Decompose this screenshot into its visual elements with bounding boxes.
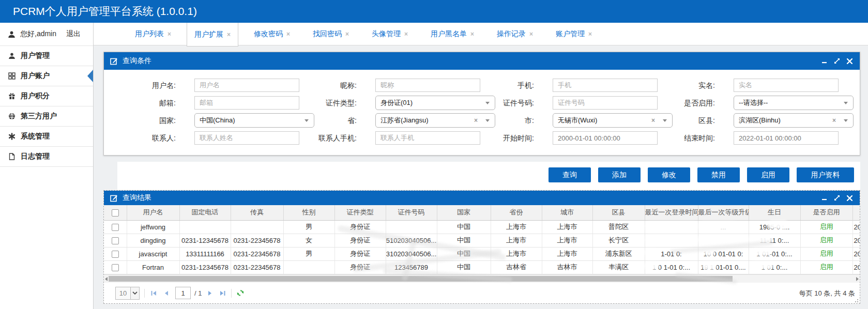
column-header: 区县 — [592, 205, 645, 220]
tab-close-icon[interactable]: × — [286, 30, 290, 38]
minimize-icon[interactable] — [818, 56, 831, 66]
close-icon[interactable] — [843, 56, 856, 66]
close-icon[interactable] — [843, 193, 856, 203]
field-label: 证件号码: — [445, 96, 534, 110]
resize-grip[interactable] — [854, 298, 859, 303]
logout-link[interactable]: 退出 — [66, 29, 81, 39]
field-label: 是否启用: — [626, 96, 715, 110]
field-label: 实名: — [626, 78, 715, 92]
sidebar-item-1[interactable]: 用户账户 — [0, 66, 93, 86]
sidebar-item-label: 用户积分 — [21, 91, 50, 101]
row-checkbox[interactable] — [112, 264, 119, 271]
table-cell: 20 — [852, 247, 860, 260]
refresh-icon[interactable] — [236, 289, 245, 297]
sidebar-item-4[interactable]: 系统管理 — [0, 127, 93, 147]
tab-4[interactable]: 头像管理× — [364, 23, 415, 45]
row-checkbox[interactable] — [112, 237, 119, 244]
sidebar-item-0[interactable]: 用户管理 — [0, 46, 93, 66]
tab-close-icon[interactable]: × — [529, 30, 533, 38]
scroll-left-icon[interactable] — [105, 277, 108, 281]
clear-icon[interactable]: × — [832, 117, 836, 124]
sidebar-item-5[interactable]: 日志管理 — [0, 147, 93, 167]
table-row: Fortran0231-123456780231-22345678身份证1234… — [104, 260, 860, 274]
table-cell: 女 — [283, 234, 334, 247]
table-cell: 身份证 — [334, 234, 386, 247]
action-button-5[interactable]: 用户资料 — [797, 167, 854, 182]
datetime-input[interactable]: 2022-01-01 00:00:00 — [734, 131, 839, 145]
action-button-0[interactable]: 查询 — [549, 167, 591, 182]
scroll-right-icon[interactable] — [856, 277, 859, 281]
table-cell: 1-01 0: — [645, 247, 698, 260]
maximize-icon[interactable] — [831, 56, 843, 66]
column-header: 固定电话 — [179, 205, 231, 220]
table-cell: 中国 — [437, 220, 491, 234]
tab-label: 账户管理 — [556, 29, 585, 39]
page-number-input[interactable]: 1 — [175, 287, 191, 299]
table-cell: 0231-22345678 — [231, 247, 283, 260]
tab-7[interactable]: 账户管理× — [549, 23, 599, 45]
tab-close-icon[interactable]: × — [404, 30, 408, 38]
action-button-4[interactable]: 启用 — [747, 167, 789, 182]
row-checkbox[interactable] — [112, 224, 119, 231]
tab-2[interactable]: 修改密码× — [247, 23, 297, 45]
page-size-value: 10 — [115, 287, 131, 300]
table-cell: 20 — [852, 220, 860, 234]
prev-page-icon[interactable] — [162, 289, 170, 297]
tab-5[interactable]: 用户黑名单× — [423, 23, 481, 45]
column-header: 城市 — [542, 205, 592, 220]
table-cell: 510203040506... — [386, 234, 437, 247]
combobox[interactable]: 滨湖区(Binhu)× — [734, 113, 854, 128]
greeting-text: 您好,admin — [20, 29, 56, 39]
chevron-down-icon — [844, 119, 848, 122]
action-button-3[interactable]: 禁用 — [697, 167, 740, 182]
table-cell: 上海市 — [491, 220, 542, 234]
action-button-2[interactable]: 修改 — [648, 167, 690, 182]
table-cell: 19 1 01-01 0.... — [698, 260, 749, 274]
tab-0[interactable]: 用户列表× — [128, 23, 178, 45]
horizontal-scrollbar[interactable] — [104, 274, 860, 283]
table-cell: 13311111166 — [179, 247, 231, 260]
table-cell: ... — [698, 220, 749, 234]
minimize-icon[interactable] — [818, 193, 831, 203]
next-page-icon[interactable] — [206, 289, 214, 297]
sidebar-item-label: 用户账户 — [21, 71, 50, 81]
column-header: 证件号码 — [386, 205, 437, 220]
combobox-value: --请选择-- — [739, 98, 768, 107]
user-avatar-icon — [8, 30, 16, 38]
tab-6[interactable]: 操作记录× — [490, 23, 540, 45]
column-header — [852, 205, 860, 220]
tab-close-icon[interactable]: × — [588, 30, 592, 38]
select-all-checkbox[interactable] — [112, 209, 119, 217]
tab-bar: 用户列表×用户扩展×修改密码×找回密码×头像管理×用户黑名单×操作记录×账户管理… — [94, 23, 868, 45]
pagination-bar: 10 1 / 1 每页 10 条, 共 4 条 — [104, 283, 860, 304]
tab-close-icon[interactable]: × — [470, 30, 474, 38]
first-page-icon[interactable] — [149, 289, 158, 297]
combobox[interactable]: --请选择-- — [734, 96, 854, 110]
table-row: dingding0231-123456780231-22345678女身份证51… — [104, 234, 860, 247]
sidebar-item-2[interactable]: 用户积分 — [0, 86, 93, 106]
tab-close-icon[interactable]: × — [167, 30, 171, 38]
field-label: 国家: — [109, 113, 176, 128]
tab-close-icon[interactable]: × — [345, 30, 349, 38]
tab-close-icon[interactable]: × — [227, 31, 231, 38]
field-label: 联系人手机: — [275, 131, 357, 145]
results-panel-header: 查询结果 — [104, 191, 860, 205]
tab-3[interactable]: 找回密码× — [306, 23, 356, 45]
row-checkbox[interactable] — [112, 251, 119, 258]
sidebar-user: 您好,admin 退出 — [0, 23, 93, 46]
text-input[interactable]: 实名 — [734, 79, 839, 92]
action-button-1[interactable]: 添加 — [598, 167, 641, 182]
file-icon — [8, 153, 16, 161]
select-all-header — [104, 205, 127, 220]
field-label: 结束时间: — [626, 131, 715, 145]
page-size-select[interactable]: 10 — [115, 287, 140, 300]
last-page-icon[interactable] — [218, 289, 226, 297]
sidebar-item-3[interactable]: 第三方用户 — [0, 106, 93, 127]
table-cell — [645, 220, 698, 234]
table-cell: 20 — [852, 234, 860, 247]
maximize-icon[interactable] — [831, 193, 843, 203]
sidebar-item-label: 第三方用户 — [21, 112, 57, 121]
scrollbar-thumb[interactable] — [109, 276, 733, 282]
table-cell: 1 01 0:... — [749, 260, 800, 274]
tab-1[interactable]: 用户扩展× — [187, 23, 238, 47]
